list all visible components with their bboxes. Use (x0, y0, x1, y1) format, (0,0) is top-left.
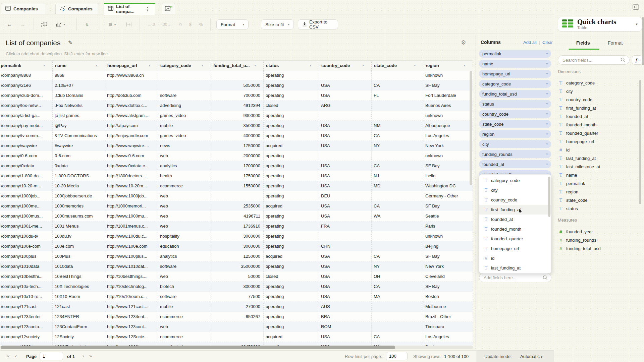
dimension-item-founded_quarter[interactable]: Tfounded_quarter (559, 129, 636, 137)
export-csv-button[interactable]: Export to CSV (298, 19, 338, 29)
undo-button[interactable]: ← (5, 19, 13, 29)
update-mode-select[interactable]: Automatic ▾ (520, 354, 542, 359)
chip-chevron-icon[interactable]: ▾ (546, 132, 548, 136)
percent-format-icon[interactable]: % (197, 19, 205, 29)
dropdown-scrollbar-thumb[interactable] (548, 177, 550, 217)
dimension-item-state_code[interactable]: Tstate_code (559, 196, 636, 204)
dropdown-item-homepage_url[interactable]: Thomepage_url (479, 244, 551, 253)
chip-chevron-icon[interactable]: ▾ (546, 92, 548, 96)
add-fields-input[interactable] (479, 273, 551, 282)
prev-page-button[interactable]: ‹ (15, 353, 17, 359)
dropdown-item-last_funding_at[interactable]: Tlast_funding_at (479, 263, 551, 273)
tab-fields[interactable]: Fields (576, 40, 590, 46)
column-chip-state_code[interactable]: state_code▾ (479, 120, 551, 128)
text-wrap-icon[interactable] (124, 19, 133, 29)
column-chip-category_code[interactable]: category_code▾ (479, 80, 551, 88)
column-chip-funding_total_usd[interactable]: funding_total_usd▾ (479, 90, 551, 98)
chart-title[interactable]: List of companies (6, 39, 60, 47)
dimension-item-name[interactable]: Tname (559, 171, 636, 179)
dimension-item-status[interactable]: Tstatus (559, 204, 636, 213)
dimension-item-city[interactable]: Tcity (559, 87, 636, 96)
increase-decimal-icon[interactable]: .00→ (161, 19, 172, 29)
horizontal-scrollbar-thumb[interactable] (1, 346, 395, 349)
dimension-item-first_funding_at[interactable]: Tfirst_funding_at (559, 104, 636, 112)
tab-format[interactable]: Format (608, 40, 623, 46)
column-header-region[interactable]: region▾ (423, 61, 473, 70)
fields-scrollbar-thumb[interactable] (639, 80, 641, 204)
chip-chevron-icon[interactable]: ▾ (546, 163, 548, 166)
chip-chevron-icon[interactable]: ▾ (546, 142, 548, 146)
chart-settings-gear-icon[interactable]: ⚙ (461, 39, 466, 46)
chip-chevron-icon[interactable]: ▾ (546, 62, 548, 65)
dimension-item-country_code[interactable]: Tcountry_code (559, 96, 636, 104)
column-chip-permalink[interactable]: permalink▾ (479, 50, 551, 58)
dropdown-item-id[interactable]: #id (479, 253, 551, 263)
add-formula-field-button[interactable]: f+ (632, 55, 643, 65)
dimension-item-id[interactable]: #id (559, 146, 636, 154)
size-to-fit-button[interactable]: Size to fit▾ (261, 19, 294, 29)
tab-companies-2[interactable]: Companies (55, 3, 99, 14)
duplicate-widget-icon[interactable] (40, 19, 48, 29)
alignment-icon[interactable]: ≡▾ (106, 19, 119, 29)
chip-chevron-icon[interactable]: ▾ (546, 122, 548, 126)
dimension-item-region[interactable]: Tregion (559, 188, 636, 196)
measure-item-funding_rounds[interactable]: #funding_rounds (559, 236, 636, 244)
edit-title-icon[interactable]: ✎ (68, 40, 72, 46)
column-chip-status[interactable]: status▾ (479, 100, 551, 108)
column-chip-founded_at[interactable]: founded_at▾ (479, 160, 551, 168)
column-chip-country_code[interactable]: country_code▾ (479, 110, 551, 118)
chip-chevron-icon[interactable]: ▾ (546, 153, 548, 156)
chip-chevron-icon[interactable]: ▾ (546, 82, 548, 85)
measure-item-funding_total_usd[interactable]: #funding_total_usd (559, 244, 636, 253)
column-header-homepage-url[interactable]: homepage_url▾ (105, 61, 158, 70)
add-tab-button[interactable] (162, 3, 175, 14)
column-chip-city[interactable]: city▾ (479, 140, 551, 148)
column-chip-name[interactable]: name▾ (479, 60, 551, 68)
format-button[interactable]: Format▾ (216, 19, 249, 29)
chip-chevron-icon[interactable]: ▾ (546, 112, 548, 116)
dimension-item-homepage_url[interactable]: Thomepage_url (559, 137, 636, 146)
tab-list-of-companies[interactable]: List of compa... ⋮ (104, 3, 155, 15)
dimension-item-last_funding_at[interactable]: Tlast_funding_at (559, 154, 636, 163)
add-all-button[interactable]: Add all (523, 40, 537, 45)
measure-item-founded_year[interactable]: #founded_year (559, 228, 636, 236)
dropdown-item-first_funding_at[interactable]: Tfirst_funding_at (479, 205, 551, 215)
dropdown-item-category_code[interactable]: Tcategory_code (479, 176, 551, 185)
dimension-item-founded_month[interactable]: Tfounded_month (559, 121, 636, 129)
delete-chart-icon[interactable]: ▾ (54, 19, 67, 29)
chip-chevron-icon[interactable]: ▾ (546, 52, 548, 55)
column-chip-funding_rounds[interactable]: funding_rounds▾ (479, 150, 551, 158)
redo-button[interactable]: → (19, 19, 27, 29)
last-page-button[interactable]: » (89, 353, 92, 359)
chip-chevron-icon[interactable]: ▾ (546, 72, 548, 75)
chip-chevron-icon[interactable]: ▾ (546, 102, 548, 106)
vertical-scrollbar-thumb[interactable] (470, 71, 472, 185)
column-chip-region[interactable]: region▾ (479, 130, 551, 138)
column-header-category-code[interactable]: category_code▾ (158, 61, 211, 70)
column-header-country-code[interactable]: country_code▾ (319, 61, 372, 70)
sort-icon[interactable]: ↑↓ (82, 19, 91, 29)
dropdown-item-founded_month[interactable]: Tfounded_month (479, 224, 551, 234)
search-fields-input[interactable] (558, 55, 630, 65)
dimension-item-last_milestone_at[interactable]: Tlast_milestone_at (559, 163, 636, 171)
dropdown-item-city[interactable]: Tcity (479, 185, 551, 195)
tab-menu-icon[interactable]: ⋮ (145, 6, 151, 12)
dropdown-item-country_code[interactable]: Tcountry_code (479, 195, 551, 205)
first-page-button[interactable]: « (7, 353, 9, 359)
clear-button[interactable]: Clear (542, 40, 553, 45)
chart-description-placeholder[interactable]: Click to add chart description. Shift-en… (6, 51, 109, 56)
collapse-panel-icon[interactable] (633, 4, 639, 11)
precision-icon[interactable]: 9 (177, 19, 184, 29)
dropdown-item-founded_quarter[interactable]: Tfounded_quarter (479, 234, 551, 244)
column-header-state-code[interactable]: state_code▾ (372, 61, 423, 70)
dimension-item-permalink[interactable]: Tpermalink (559, 179, 636, 188)
visualization-selector[interactable]: Quick charts Table ▾ (558, 17, 642, 32)
column-header-name[interactable]: name▾ (53, 61, 105, 70)
column-chip-homepage_url[interactable]: homepage_url▾ (479, 70, 551, 78)
decrease-decimal-icon[interactable]: ←.0 (146, 19, 156, 29)
column-header-permalink[interactable]: permalink▾ (0, 61, 53, 70)
window-scrollbar-thumb[interactable] (642, 17, 644, 65)
page-input[interactable] (40, 352, 63, 360)
row-limit-input[interactable] (386, 352, 408, 360)
dimension-item-category_code[interactable]: Tcategory_code (559, 79, 636, 87)
